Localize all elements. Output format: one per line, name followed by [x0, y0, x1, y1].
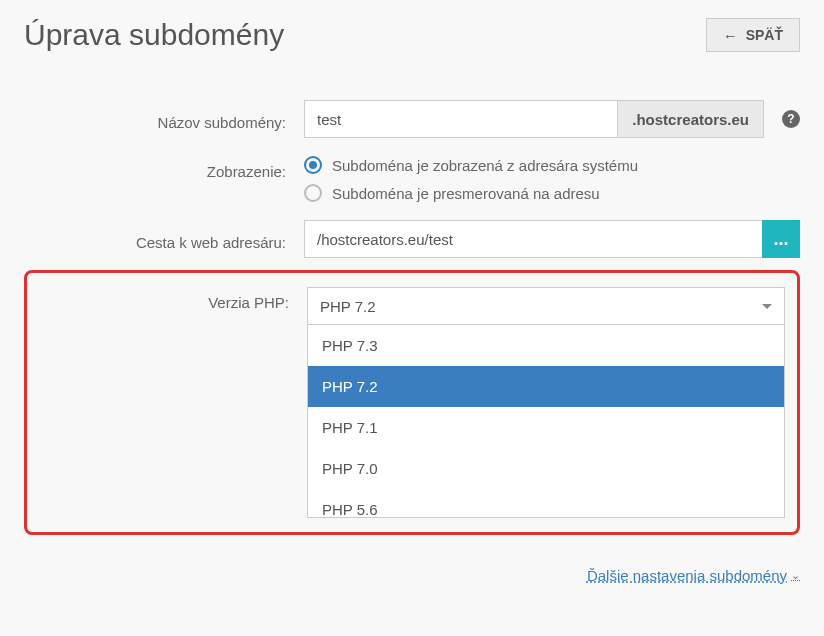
help-icon[interactable]: ? [782, 110, 800, 128]
radio-redirect-label: Subdoména je presmerovaná na adresu [332, 185, 600, 202]
php-selected-value: PHP 7.2 [320, 298, 376, 315]
subdomain-input[interactable] [304, 100, 618, 138]
path-label: Cesta k web adresáru: [24, 227, 304, 251]
chevron-down-icon: ⌄ [791, 569, 800, 582]
php-version-dropdown-list[interactable]: PHP 7.3 PHP 7.2 PHP 7.1 PHP 7.0 PHP 5.6 [308, 325, 784, 517]
php-version-highlight: Verzia PHP: PHP 7.2 PHP 7.3 PHP 7.2 PHP … [24, 270, 800, 535]
php-option[interactable]: PHP 7.1 [308, 407, 784, 448]
subdomain-suffix: .hostcreators.eu [618, 100, 764, 138]
back-button-label: SPÄŤ [746, 27, 783, 43]
radio-folder-label: Subdoména je zobrazená z adresára systém… [332, 157, 638, 174]
path-input[interactable] [304, 220, 762, 258]
display-label: Zobrazenie: [24, 156, 304, 180]
subdomain-label: Názov subdomény: [24, 107, 304, 131]
back-button[interactable]: ← SPÄŤ [706, 18, 800, 52]
browse-button[interactable]: ... [762, 220, 800, 258]
radio-icon [304, 156, 322, 174]
php-option[interactable]: PHP 7.0 [308, 448, 784, 489]
radio-icon [304, 184, 322, 202]
radio-redirect[interactable]: Subdoména je presmerovaná na adresu [304, 184, 638, 202]
arrow-left-icon: ← [723, 28, 738, 43]
php-version-select[interactable]: PHP 7.2 [307, 287, 785, 325]
php-label: Verzia PHP: [27, 287, 307, 311]
chevron-down-icon [762, 304, 772, 309]
php-version-dropdown: PHP 7.3 PHP 7.2 PHP 7.1 PHP 7.0 PHP 5.6 [307, 325, 785, 518]
page-title: Úprava subdomény [24, 18, 284, 52]
more-settings-link[interactable]: Ďalšie nastavenia subdomény ⌄ [587, 567, 800, 584]
php-option[interactable]: PHP 5.6 [308, 489, 784, 517]
radio-folder[interactable]: Subdoména je zobrazená z adresára systém… [304, 156, 638, 174]
php-option[interactable]: PHP 7.2 [308, 366, 784, 407]
more-settings-label: Ďalšie nastavenia subdomény [587, 567, 787, 584]
php-option[interactable]: PHP 7.3 [308, 325, 784, 366]
